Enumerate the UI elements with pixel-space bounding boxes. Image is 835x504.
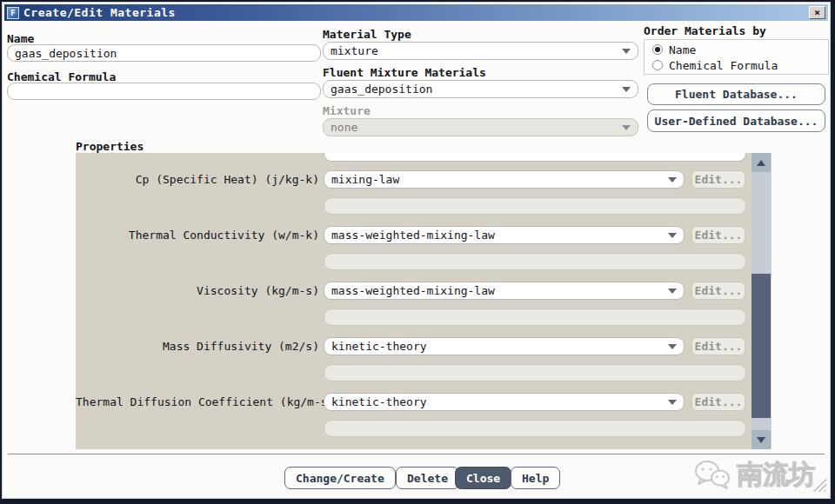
order-by-chemical-formula-option[interactable]: Chemical Formula xyxy=(645,57,828,73)
chevron-down-icon xyxy=(622,87,631,92)
material-type-value: mixture xyxy=(331,44,378,57)
thermal-conductivity-edit-button[interactable]: Edit... xyxy=(691,226,745,244)
scroll-down-icon[interactable] xyxy=(752,430,771,449)
cp-specific-heat-dropdown[interactable]: mixing-law xyxy=(324,170,685,189)
fluent-app-icon: F xyxy=(7,7,19,19)
viscosity-dropdown[interactable]: mass-weighted-mixing-law xyxy=(324,282,685,300)
mass-diffusivity-edit-button[interactable]: Edit... xyxy=(691,337,745,355)
user-defined-database-button[interactable]: User-Defined Database... xyxy=(647,109,825,132)
scrollbar-thumb[interactable] xyxy=(752,274,771,418)
watermark-text: 南流坊 xyxy=(737,457,815,493)
disabled-value-input xyxy=(324,308,746,326)
radio-selected-icon xyxy=(652,44,663,55)
property-value: mixing-law xyxy=(331,173,399,186)
scroll-up-icon[interactable] xyxy=(752,153,771,172)
order-materials-by-group: Name Chemical Formula xyxy=(644,39,829,75)
radio-unselected-icon xyxy=(652,60,663,70)
properties-label: Properties xyxy=(76,140,144,153)
property-label: Thermal Diffusion Coefficient (kg/m-s) xyxy=(76,393,319,411)
thermal-diffusion-coefficient-dropdown[interactable]: kinetic-theory xyxy=(324,393,685,411)
properties-panel: Cp (Specific Heat) (j/kg-k) mixing-law E… xyxy=(76,153,772,449)
fluent-mixture-materials-value: gaas_deposition xyxy=(331,83,432,96)
thermal-diffusion-coefficient-edit-button[interactable]: Edit... xyxy=(691,393,745,411)
scrolled-partial-input xyxy=(324,153,746,162)
property-value: mass-weighted-mixing-law xyxy=(331,229,495,242)
property-value: kinetic-theory xyxy=(331,340,427,353)
property-value: kinetic-theory xyxy=(331,395,427,408)
chevron-down-icon xyxy=(668,233,677,238)
material-type-label: Material Type xyxy=(323,28,411,41)
close-icon[interactable]: × xyxy=(809,6,825,19)
order-by-chemical-formula-label: Chemical Formula xyxy=(669,59,778,72)
material-type-dropdown[interactable]: mixture xyxy=(323,42,638,60)
mixture-dropdown: none xyxy=(323,118,638,136)
fluent-database-button[interactable]: Fluent Database... xyxy=(647,83,825,105)
disabled-value-input xyxy=(324,253,746,270)
chemical-formula-input[interactable] xyxy=(7,83,321,100)
disabled-value-input xyxy=(324,197,746,215)
property-label: Cp (Specific Heat) (j/kg-k) xyxy=(76,170,319,189)
window-title: Create/Edit Materials xyxy=(23,6,176,19)
close-button[interactable]: Close xyxy=(455,467,511,489)
thermal-conductivity-dropdown[interactable]: mass-weighted-mixing-law xyxy=(324,226,685,244)
delete-button[interactable]: Delete xyxy=(396,467,459,489)
property-label: Viscosity (kg/m-s) xyxy=(76,282,319,300)
create-edit-materials-dialog: F Create/Edit Materials × Name Chemical … xyxy=(2,2,831,499)
mixture-label: Mixture xyxy=(323,104,371,117)
chevron-down-icon xyxy=(668,288,677,294)
chevron-down-icon xyxy=(668,400,677,405)
fluent-mixture-materials-label: Fluent Mixture Materials xyxy=(323,66,486,79)
title-bar: F Create/Edit Materials × xyxy=(4,4,828,21)
chevron-down-icon xyxy=(668,177,677,182)
viscosity-edit-button[interactable]: Edit... xyxy=(691,282,745,300)
help-button[interactable]: Help xyxy=(511,467,560,489)
fluent-mixture-materials-dropdown[interactable]: gaas_deposition xyxy=(323,80,638,98)
chevron-down-icon xyxy=(622,125,631,130)
order-by-name-label: Name xyxy=(669,43,696,56)
footer-divider xyxy=(8,454,825,454)
property-label: Thermal Conductivity (w/m-k) xyxy=(76,226,319,244)
chevron-down-icon xyxy=(622,49,631,54)
name-input[interactable] xyxy=(7,44,321,62)
order-by-name-option[interactable]: Name xyxy=(645,42,828,57)
mixture-value: none xyxy=(331,121,357,134)
properties-scrollbar[interactable] xyxy=(752,153,771,449)
disabled-value-input xyxy=(324,364,746,381)
wechat-icon xyxy=(693,460,731,491)
change-create-button[interactable]: Change/Create xyxy=(284,467,396,489)
property-value: mass-weighted-mixing-law xyxy=(331,284,495,297)
mass-diffusivity-dropdown[interactable]: kinetic-theory xyxy=(324,337,685,355)
chemical-formula-label: Chemical Formula xyxy=(7,70,116,83)
chevron-down-icon xyxy=(668,344,677,349)
disabled-value-input xyxy=(324,420,746,437)
name-label: Name xyxy=(7,32,34,45)
property-label: Mass Diffusivity (m2/s) xyxy=(76,337,319,355)
watermark: 南流坊 xyxy=(693,457,815,493)
order-materials-by-label: Order Materials by xyxy=(644,24,766,37)
cp-edit-button[interactable]: Edit... xyxy=(691,170,745,189)
